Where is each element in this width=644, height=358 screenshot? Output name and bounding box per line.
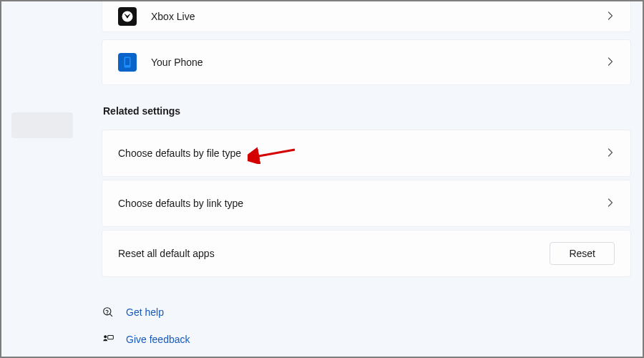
chevron-right-icon — [606, 10, 615, 23]
svg-rect-6 — [107, 335, 113, 339]
related-settings-heading: Related settings — [103, 105, 631, 117]
svg-point-4 — [107, 313, 107, 314]
content-area: Xbox Live Your Phone Related settings Ch… — [102, 1, 631, 357]
svg-point-5 — [104, 335, 107, 338]
chevron-right-icon — [606, 56, 615, 69]
chevron-right-icon — [606, 197, 615, 210]
app-label: Xbox Live — [151, 11, 195, 22]
give-feedback-label: Give feedback — [126, 334, 190, 345]
app-label: Your Phone — [151, 57, 203, 68]
reset-button[interactable]: Reset — [550, 242, 615, 265]
app-row-xbox-live[interactable]: Xbox Live — [102, 1, 631, 32]
reset-label: Reset all default apps — [118, 248, 215, 259]
xbox-icon — [118, 7, 137, 26]
get-help-link[interactable]: Get help — [102, 301, 631, 323]
app-row-your-phone[interactable]: Your Phone — [102, 39, 631, 85]
help-icon — [102, 306, 114, 319]
related-reset-row: Reset all default apps Reset — [102, 230, 631, 277]
phone-icon — [118, 53, 137, 72]
chevron-right-icon — [606, 147, 615, 160]
sidebar-selected-item[interactable] — [11, 112, 73, 138]
related-choose-by-file-type[interactable]: Choose defaults by file type — [102, 130, 631, 177]
related-label: Choose defaults by link type — [118, 198, 243, 209]
give-feedback-link[interactable]: Give feedback — [102, 329, 631, 350]
svg-rect-2 — [125, 58, 130, 65]
get-help-label: Get help — [126, 306, 164, 318]
sidebar — [1, 1, 73, 357]
related-label: Choose defaults by file type — [118, 147, 241, 159]
related-choose-by-link-type[interactable]: Choose defaults by link type — [102, 180, 631, 227]
feedback-icon — [102, 334, 114, 346]
